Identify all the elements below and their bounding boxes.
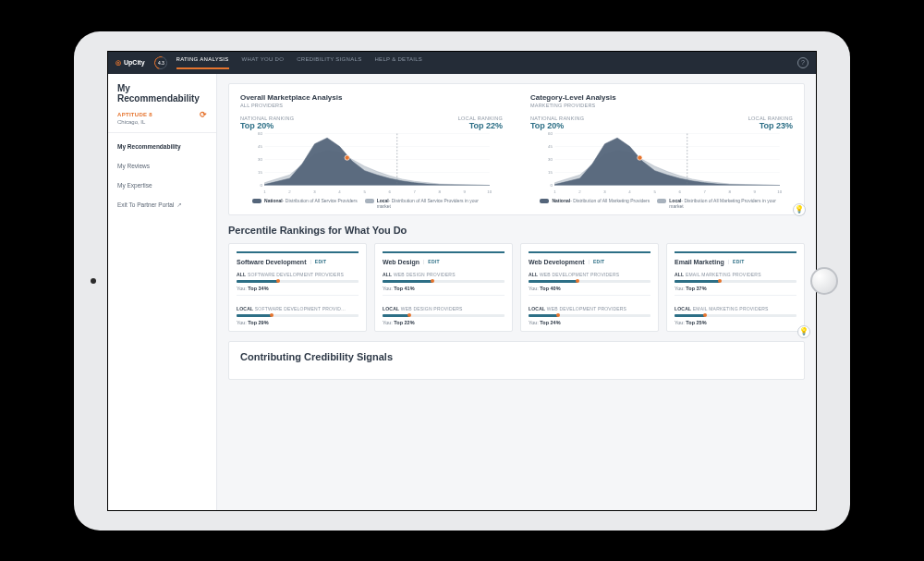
local-you: You: Top 29%	[237, 320, 359, 325]
overall-title: Overall Marketplace Analysis	[240, 93, 503, 102]
refresh-icon[interactable]: ⟳	[200, 110, 207, 119]
tablet-frame: ◎ UpCity 4.3 RATING ANALYSISWHAT YOU DOC…	[74, 31, 850, 531]
all-bar	[383, 280, 505, 283]
overall-nat-label: NATIONAL RANKING	[240, 116, 294, 121]
tab-rating[interactable]: RATING ANALYSIS	[176, 56, 229, 69]
local-bar	[237, 314, 359, 317]
edit-link[interactable]: EDIT	[315, 259, 327, 264]
overall-loc-value: Top 22%	[458, 121, 503, 130]
svg-point-44	[638, 155, 642, 160]
svg-text:7: 7	[703, 189, 706, 194]
top-bar: ◎ UpCity 4.3 RATING ANALYSISWHAT YOU DOC…	[108, 52, 816, 74]
main-content[interactable]: Overall Marketplace Analysis ALL PROVIDE…	[217, 74, 816, 510]
legend-national: National	[264, 198, 283, 203]
category-analysis: Category-Level Analysis MARKETING PROVID…	[530, 93, 793, 209]
overall-sub: ALL PROVIDERS	[240, 103, 503, 108]
score-badge[interactable]: 4.3	[152, 54, 169, 71]
app-screen: ◎ UpCity 4.3 RATING ANALYSISWHAT YOU DOC…	[107, 51, 817, 511]
all-bar	[237, 280, 359, 283]
all-you: You: Top 34%	[237, 286, 359, 291]
category-sub: MARKETING PROVIDERS	[530, 103, 793, 108]
all-you: You: Top 41%	[383, 286, 505, 291]
svg-text:3: 3	[603, 189, 606, 194]
percentile-card: Web Development | EDIT ALL WEB DEVELOPME…	[520, 243, 659, 332]
percentile-card: Software Development | EDIT ALL SOFTWARE…	[228, 243, 367, 332]
lightbulb-icon[interactable]: 💡	[793, 203, 806, 216]
svg-text:9: 9	[754, 189, 757, 194]
tab-what[interactable]: WHAT YOU DO	[242, 56, 285, 69]
overall-nat-value: Top 20%	[240, 121, 294, 130]
overall-loc-label: LOCAL RANKING	[458, 116, 503, 121]
all-you: You: Top 40%	[529, 286, 650, 291]
edit-link[interactable]: EDIT	[733, 259, 745, 264]
brand-icon: ◎	[116, 59, 121, 67]
help-icon[interactable]: ?	[797, 57, 808, 68]
svg-text:10: 10	[777, 189, 782, 194]
svg-text:6: 6	[678, 189, 681, 194]
sidebar-item-exit[interactable]: Exit To Partner Portal↗	[108, 195, 216, 215]
all-scope: ALL WEB DESIGN PROVIDERS	[383, 272, 505, 277]
svg-text:10: 10	[487, 189, 492, 194]
category-nat-value: Top 20%	[530, 121, 584, 130]
category-loc-label: LOCAL RANKING	[748, 116, 793, 121]
edit-link[interactable]: EDIT	[428, 259, 440, 264]
svg-text:1: 1	[263, 189, 266, 194]
tab-cred[interactable]: CREDIBILITY SIGNALS	[297, 56, 361, 69]
percentile-heading: Percentile Rankings for What You Do	[228, 225, 805, 236]
sidebar-item-rec[interactable]: My Recommendability	[108, 137, 216, 156]
svg-text:4: 4	[338, 189, 341, 194]
svg-text:0: 0	[550, 183, 553, 188]
svg-text:3: 3	[313, 189, 316, 194]
legend-national-text: - Distribution of All Marketing Provider…	[570, 198, 650, 203]
card-title: Web Development	[529, 259, 585, 265]
category-title: Category-Level Analysis	[530, 93, 793, 102]
svg-text:30: 30	[258, 157, 262, 162]
sidebar-item-rev[interactable]: My Reviews	[108, 156, 216, 176]
svg-text:5: 5	[653, 189, 656, 194]
percentile-cards: Software Development | EDIT ALL SOFTWARE…	[228, 243, 805, 332]
sidebar-company: APTITUDE 8 ⟳	[117, 110, 207, 119]
sidebar-nav: My RecommendabilityMy ReviewsMy Expertis…	[108, 133, 216, 215]
svg-text:60: 60	[548, 131, 553, 136]
card-title: Web Design	[383, 259, 419, 265]
sidebar-city: Chicago, IL	[117, 119, 207, 125]
local-scope: LOCAL WEB DESIGN PROVIDERS	[383, 306, 505, 311]
brand-name: UpCity	[124, 59, 145, 66]
sidebar-item-exp[interactable]: My Expertise	[108, 176, 216, 195]
legend-national-text: - Distribution of All Service Providers	[283, 198, 358, 203]
legend-local-text: - Distribution of All Service Providers …	[377, 198, 479, 209]
percentile-card: Web Design | EDIT ALL WEB DESIGN PROVIDE…	[374, 243, 513, 332]
category-nat-label: NATIONAL RANKING	[530, 116, 584, 121]
lightbulb-icon[interactable]: 💡	[797, 325, 810, 338]
svg-text:15: 15	[258, 170, 262, 175]
overall-chart: 01530456012345678910	[240, 130, 503, 195]
brand-logo[interactable]: ◎ UpCity	[116, 59, 145, 67]
local-scope: LOCAL EMAIL MARKETING PROVIDERS	[675, 306, 796, 311]
all-scope: ALL EMAIL MARKETING PROVIDERS	[675, 272, 796, 277]
svg-text:2: 2	[578, 189, 581, 194]
svg-text:45: 45	[548, 144, 553, 149]
percentile-card: Email Marketing | EDIT ALL EMAIL MARKETI…	[666, 243, 805, 332]
local-bar	[675, 314, 796, 317]
svg-text:8: 8	[728, 189, 731, 194]
local-scope: LOCAL SOFTWARE DEVELOPMENT PROVID…	[237, 306, 359, 311]
score-value: 4.3	[157, 60, 164, 66]
svg-text:45: 45	[258, 144, 262, 149]
local-you: You: Top 24%	[529, 320, 650, 325]
svg-text:60: 60	[258, 131, 262, 136]
analysis-panel: Overall Marketplace Analysis ALL PROVIDE…	[228, 83, 805, 215]
edit-link[interactable]: EDIT	[593, 259, 605, 264]
category-loc-value: Top 23%	[748, 121, 793, 130]
all-bar	[675, 280, 796, 283]
svg-text:0: 0	[260, 183, 262, 188]
category-chart: 01530456012345678910	[530, 130, 793, 195]
legend-local-text: - Distribution of All Marketing Provider…	[669, 198, 776, 209]
card-title: Email Marketing	[675, 259, 724, 265]
svg-text:4: 4	[628, 189, 631, 194]
tab-help[interactable]: HELP & DETAILS	[374, 56, 422, 69]
tablet-camera	[91, 278, 96, 284]
company-name: APTITUDE 8	[117, 112, 152, 117]
card-title: Software Development	[237, 259, 306, 265]
svg-text:8: 8	[438, 189, 441, 194]
svg-point-21	[345, 155, 349, 160]
